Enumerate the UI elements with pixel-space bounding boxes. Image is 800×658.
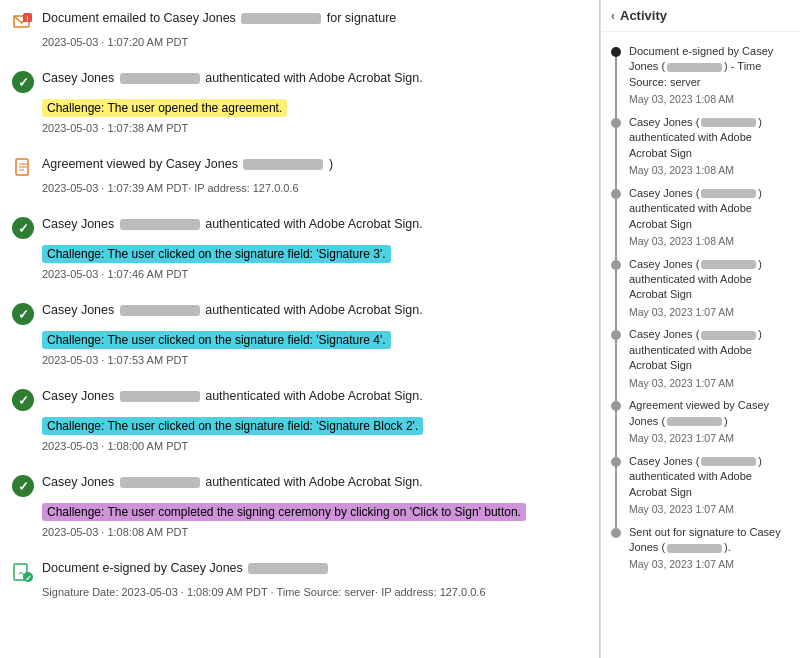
event-text: Document emailed to Casey Jones for sign… xyxy=(42,10,587,28)
timeline-item: Sent out for signature to Casey Jones ()… xyxy=(601,521,800,576)
event-text: Casey Jones authenticated with Adobe Acr… xyxy=(42,70,587,88)
challenge-badge: Challenge: The user completed the signin… xyxy=(42,503,526,521)
activity-timeline: Document e-signed by Casey Jones () - Ti… xyxy=(601,32,800,584)
timeline-item: Casey Jones () authenticated with Adobe … xyxy=(601,253,800,324)
left-panel: ! Document emailed to Casey Jones for si… xyxy=(0,0,600,658)
event-timestamp: 2023-05-03 · 1:07:38 AM PDT xyxy=(42,122,587,134)
challenge-badge: Challenge: The user clicked on the signa… xyxy=(42,245,391,263)
event-timestamp: 2023-05-03 · 1:07:20 AM PDT xyxy=(42,36,587,48)
event-text: Casey Jones authenticated with Adobe Acr… xyxy=(42,388,587,406)
timeline-date: May 03, 2023 1:07 AM xyxy=(629,557,790,572)
event-item: ✓ Document e-signed by Casey Jones Signa… xyxy=(12,560,587,608)
check-icon: ✓ xyxy=(12,71,34,93)
check-icon: ✓ xyxy=(12,303,34,325)
svg-text:✓: ✓ xyxy=(25,574,32,583)
event-text: Casey Jones authenticated with Adobe Acr… xyxy=(42,216,587,234)
timeline-item: Casey Jones () authenticated with Adobe … xyxy=(601,111,800,182)
event-item: ✓ Casey Jones authenticated with Adobe A… xyxy=(12,216,587,290)
timeline-dot xyxy=(611,118,621,128)
event-item: ! Document emailed to Casey Jones for si… xyxy=(12,10,587,58)
event-timestamp: 2023-05-03 · 1:07:53 AM PDT xyxy=(42,354,587,366)
timeline-content: Document e-signed by Casey Jones () - Ti… xyxy=(629,44,790,107)
event-item: ✓ Casey Jones authenticated with Adobe A… xyxy=(12,302,587,376)
event-text: Agreement viewed by Casey Jones ) xyxy=(42,156,587,174)
challenge-badge: Challenge: The user clicked on the signa… xyxy=(42,417,423,435)
timeline-line xyxy=(615,266,617,332)
activity-title: Activity xyxy=(620,8,667,23)
timeline-content: Casey Jones () authenticated with Adobe … xyxy=(629,327,790,390)
timeline-content: Casey Jones () authenticated with Adobe … xyxy=(629,186,790,249)
event-timestamp: 2023-05-03 · 1:07:46 AM PDT xyxy=(42,268,587,280)
timeline-line xyxy=(615,124,617,190)
timeline-content: Casey Jones () authenticated with Adobe … xyxy=(629,454,790,517)
timeline-item: Casey Jones () authenticated with Adobe … xyxy=(601,450,800,521)
timeline-line xyxy=(615,195,617,261)
timeline-date: May 03, 2023 1:07 AM xyxy=(629,502,790,517)
timeline-dot xyxy=(611,189,621,199)
challenge-badge: Challenge: The user opened the agreement… xyxy=(42,99,287,117)
timeline-content: Sent out for signature to Casey Jones ()… xyxy=(629,525,790,572)
timeline-item: Casey Jones () authenticated with Adobe … xyxy=(601,323,800,394)
right-panel: ‹ Activity Document e-signed by Casey Jo… xyxy=(600,0,800,658)
event-text: Casey Jones authenticated with Adobe Acr… xyxy=(42,302,587,320)
timeline-dot xyxy=(611,330,621,340)
timeline-content: Casey Jones () authenticated with Adobe … xyxy=(629,115,790,178)
timeline-line xyxy=(615,463,617,529)
svg-text:!: ! xyxy=(26,15,28,22)
timeline-date: May 03, 2023 1:07 AM xyxy=(629,431,790,446)
timeline-item: Agreement viewed by Casey Jones () May 0… xyxy=(601,394,800,449)
timeline-content: Casey Jones () authenticated with Adobe … xyxy=(629,257,790,320)
timeline-dot xyxy=(611,260,621,270)
check-icon: ✓ xyxy=(12,475,34,497)
timeline-dot xyxy=(611,47,621,57)
event-text: Casey Jones authenticated with Adobe Acr… xyxy=(42,474,587,492)
timeline-item: Document e-signed by Casey Jones () - Ti… xyxy=(601,40,800,111)
event-item: ✓ Casey Jones authenticated with Adobe A… xyxy=(12,70,587,144)
check-icon: ✓ xyxy=(12,217,34,239)
check-icon: ✓ xyxy=(12,389,34,411)
timeline-line xyxy=(615,53,617,119)
event-timestamp: Signature Date: 2023-05-03 · 1:08:09 AM … xyxy=(42,586,587,598)
timeline-content: Agreement viewed by Casey Jones () May 0… xyxy=(629,398,790,445)
timeline-dot xyxy=(611,457,621,467)
doc-icon xyxy=(12,157,34,179)
timeline-dot xyxy=(611,401,621,411)
timeline-line xyxy=(615,336,617,402)
timeline-dot xyxy=(611,528,621,538)
timeline-date: May 03, 2023 1:08 AM xyxy=(629,234,790,249)
event-text: Document e-signed by Casey Jones xyxy=(42,560,587,578)
email-icon: ! xyxy=(12,11,34,33)
timeline-date: May 03, 2023 1:07 AM xyxy=(629,305,790,320)
event-timestamp: 2023-05-03 · 1:08:00 AM PDT xyxy=(42,440,587,452)
event-timestamp: 2023-05-03 · 1:07:39 AM PDT· IP address:… xyxy=(42,182,587,194)
event-timestamp: 2023-05-03 · 1:08:08 AM PDT xyxy=(42,526,587,538)
activity-header: ‹ Activity xyxy=(601,0,800,32)
timeline-date: May 03, 2023 1:08 AM xyxy=(629,92,790,107)
timeline-item: Casey Jones () authenticated with Adobe … xyxy=(601,182,800,253)
event-item: ✓ Casey Jones authenticated with Adobe A… xyxy=(12,474,587,548)
event-item: Agreement viewed by Casey Jones ) 2023-0… xyxy=(12,156,587,204)
timeline-date: May 03, 2023 1:07 AM xyxy=(629,376,790,391)
event-item: ✓ Casey Jones authenticated with Adobe A… xyxy=(12,388,587,462)
chevron-left-icon[interactable]: ‹ xyxy=(611,9,615,23)
challenge-badge: Challenge: The user clicked on the signa… xyxy=(42,331,391,349)
timeline-date: May 03, 2023 1:08 AM xyxy=(629,163,790,178)
esign-icon: ✓ xyxy=(12,561,34,583)
